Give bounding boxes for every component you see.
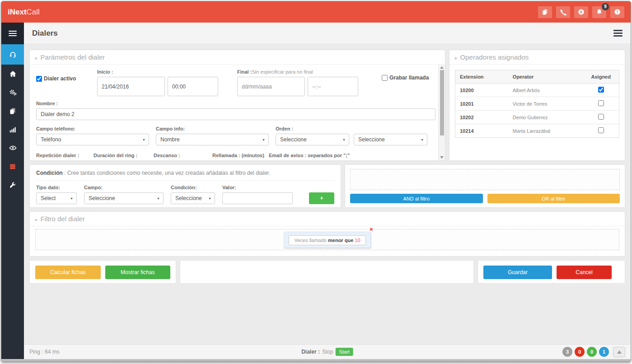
- final-label: Final :Sin especificar para no final: [237, 69, 364, 75]
- alerts-button[interactable]: [610, 6, 624, 18]
- orden-select-1[interactable]: Seleccione: [276, 134, 349, 145]
- status-badge[interactable]: 3: [562, 347, 572, 357]
- status-bar: Ping : 64 ms Dialer : Stop Start 3001: [24, 344, 631, 359]
- valor-label: Valor:: [222, 185, 293, 190]
- sidebar-item-server[interactable]: [1, 157, 24, 176]
- sidebar-item-files[interactable]: [1, 102, 24, 120]
- filter-chip-text: Veces llamado menor que 10: [289, 235, 365, 245]
- filter-drop-zone[interactable]: × Veces llamado menor que 10: [35, 229, 619, 250]
- op-assigned-checkbox[interactable]: [598, 87, 604, 93]
- op-assigned-checkbox[interactable]: [598, 127, 604, 133]
- notifications-button[interactable]: 9: [592, 6, 606, 18]
- email-aviso-label: Email de aviso : separados por ";": [269, 153, 350, 158]
- sidebar-toggle[interactable]: [1, 23, 24, 44]
- calcular-fichas-button[interactable]: Calcular fichas: [35, 266, 101, 279]
- op-name: Albert Arbós: [508, 84, 583, 97]
- sidebar-item-dialer[interactable]: [1, 44, 24, 65]
- tipo-dato-select[interactable]: Select: [36, 192, 77, 204]
- nombre-label: Nombre :: [36, 101, 435, 106]
- nombre-input[interactable]: [36, 108, 435, 120]
- sidebar-item-home[interactable]: [1, 65, 24, 83]
- wrench-icon: [9, 182, 16, 189]
- files-icon: [9, 107, 16, 115]
- guardar-button[interactable]: Guardar: [483, 266, 552, 279]
- col-operator: Operator: [508, 70, 583, 84]
- parametros-panel-header[interactable]: ▸Parámetros del dialer: [30, 50, 445, 65]
- dialer-activo-label: Dialer activo: [36, 75, 97, 82]
- empty-card: [180, 260, 474, 284]
- filter-chip[interactable]: × Veces llamado menor que 10: [284, 232, 370, 248]
- tipo-dato-label: Tipo dato:: [36, 185, 77, 190]
- condicion-panel: Condición : Cree tantas condiciones como…: [29, 164, 341, 208]
- parametros-title: Parámetros del dialer: [41, 53, 105, 61]
- operadores-panel: ▸Operadores asignados Extension Operator…: [449, 50, 625, 161]
- op-assigned-checkbox[interactable]: [598, 114, 604, 120]
- collapse-caret-icon: ▸: [35, 55, 38, 61]
- op-extension: 10201: [455, 97, 508, 111]
- arrow-up-icon: [617, 350, 622, 354]
- scroll-up-icon[interactable]: [440, 66, 444, 69]
- condicion-description: Condición : Cree tantas condiciones como…: [36, 170, 334, 181]
- add-button[interactable]: [574, 6, 588, 18]
- op-assigned-checkbox[interactable]: [598, 100, 604, 106]
- scrollbar-thumb[interactable]: [440, 70, 444, 135]
- filtro-panel-header[interactable]: ▸Filtro del dialer: [30, 212, 625, 226]
- start-dialer-button[interactable]: Start: [336, 348, 353, 356]
- or-filter-button[interactable]: OR al filtro: [487, 194, 620, 203]
- final-time-input[interactable]: [308, 77, 358, 96]
- content-menu-button[interactable]: [613, 28, 623, 38]
- dialer-activo-checkbox[interactable]: [36, 76, 42, 82]
- mostrar-fichas-button[interactable]: Mostrar fichas: [105, 266, 171, 279]
- and-filter-button[interactable]: AND al filtro: [350, 194, 483, 203]
- inicio-label: Inicio :: [97, 69, 218, 75]
- op-name: Victor de Torres: [508, 97, 583, 111]
- campo-label: Campo:: [84, 185, 164, 190]
- filter-builder-panel: AND al filtro OR al filtro: [345, 164, 625, 208]
- app-logo[interactable]: iNextCall: [8, 8, 40, 17]
- files-icon: [542, 9, 548, 15]
- condicion-label: Condición:: [171, 185, 215, 190]
- remove-filter-icon[interactable]: ×: [370, 226, 373, 233]
- orden-select-2[interactable]: Seleccione: [354, 134, 427, 145]
- condicion-select[interactable]: Seleccione: [171, 192, 215, 204]
- grabar-llamada-checkbox[interactable]: [382, 75, 388, 81]
- operadores-panel-header[interactable]: ▸Operadores asignados: [449, 50, 625, 65]
- logo-text-light: Call: [27, 8, 40, 16]
- bell-icon: [596, 9, 603, 15]
- status-badge[interactable]: 0: [587, 347, 597, 357]
- collapse-caret-icon: ▸: [455, 55, 458, 61]
- scroll-top-button[interactable]: [613, 347, 625, 357]
- panel-scrollbar[interactable]: [438, 65, 445, 160]
- campo-select[interactable]: Seleccione: [84, 192, 164, 204]
- condition-drop-zone[interactable]: [350, 169, 620, 190]
- sidebar-item-settings[interactable]: [1, 83, 24, 102]
- sidebar-item-monitor[interactable]: [1, 139, 24, 157]
- phone-button[interactable]: [556, 6, 570, 18]
- valor-input[interactable]: [222, 192, 293, 204]
- duracion-label: Duración del ring :: [94, 153, 154, 158]
- content-area: ▸Parámetros del dialer Dialer activo: [24, 44, 631, 344]
- op-extension: 10214: [455, 124, 508, 138]
- topbar-actions: 9: [538, 6, 624, 18]
- dialer-status-label: Dialer :: [301, 349, 320, 355]
- scroll-down-icon[interactable]: [440, 156, 444, 159]
- campo-telefono-select[interactable]: Teléfono: [36, 134, 149, 145]
- campo-info-select[interactable]: Nombre: [156, 134, 269, 145]
- final-date-input[interactable]: [237, 77, 305, 96]
- sidebar-item-tools[interactable]: [1, 176, 24, 194]
- cancel-button[interactable]: Cancel: [557, 266, 612, 279]
- files-button[interactable]: [538, 6, 552, 18]
- bar-chart-icon: [9, 126, 16, 133]
- op-name: Demo Gutierrez: [508, 111, 583, 124]
- inicio-time-input[interactable]: [168, 77, 218, 96]
- status-badges: 3001: [562, 347, 609, 357]
- table-row: 10200 Albert Arbós: [455, 84, 619, 97]
- sidebar-item-stats[interactable]: [1, 120, 24, 139]
- status-badge[interactable]: 0: [575, 347, 585, 357]
- campo-info-label: Campo info:: [156, 126, 269, 131]
- sidebar: [1, 23, 24, 359]
- status-badge[interactable]: 1: [599, 347, 609, 357]
- phone-icon: [560, 9, 566, 15]
- add-condition-button[interactable]: +: [309, 192, 334, 204]
- inicio-date-input[interactable]: [97, 77, 165, 96]
